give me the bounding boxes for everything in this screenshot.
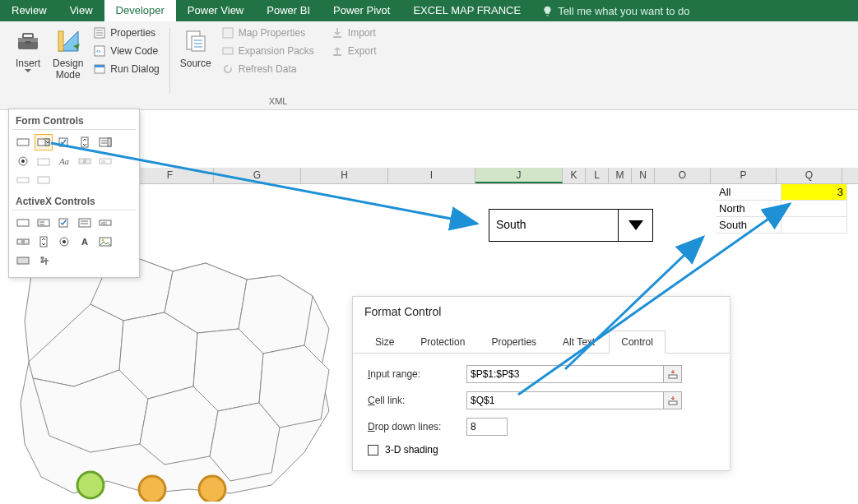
dialog-tab-size[interactable]: Size [363,331,406,354]
combo-dropdown-button[interactable] [618,210,652,241]
col-header-G[interactable]: G [214,168,301,183]
cell-P1[interactable]: All [716,184,781,201]
activex-label[interactable]: A [76,234,94,250]
col-header-J[interactable]: J [475,168,563,183]
cell-Q3[interactable] [781,217,847,234]
map-props-icon [221,26,234,39]
expansion-packs-label: Expansion Packs [239,45,314,57]
tab-powerpivot[interactable]: Power Pivot [322,0,401,21]
cell-Q1[interactable]: 3 [781,184,847,201]
cell-link-field[interactable] [466,391,664,409]
svg-rect-59 [17,257,29,264]
cell-Q2[interactable] [781,201,847,217]
dialog-tab-protection[interactable]: Protection [408,331,477,354]
svg-rect-42 [17,220,29,226]
svg-rect-30 [108,138,111,146]
col-header-O[interactable]: O [655,168,711,183]
activex-spin[interactable] [35,234,53,250]
map-properties-button[interactable]: Map Properties [218,25,318,41]
form-control-textfield[interactable]: ab [96,153,114,169]
col-header-H[interactable]: H [301,168,388,183]
svg-rect-63 [669,401,677,405]
3d-shading-label: 3-D shading [385,444,438,455]
form-control-button[interactable] [14,134,32,150]
form-control-list-dim[interactable] [35,172,53,188]
activex-button[interactable] [14,215,32,231]
col-header-P[interactable]: P [711,168,777,183]
form-control-spinner[interactable] [76,134,94,150]
svg-rect-19 [223,48,233,54]
cell-P3[interactable]: South [716,217,781,234]
run-dialog-button[interactable]: Run Dialog [90,61,162,77]
dialog-tab-control[interactable]: Control [609,331,666,354]
form-control-groupbox[interactable]: xyz [35,153,53,169]
svg-rect-37 [83,159,86,164]
activex-image[interactable] [96,234,114,250]
svg-point-65 [139,476,165,502]
svg-point-58 [102,239,104,242]
activex-textbox[interactable]: ab| [96,215,114,231]
cell-link-collapse-button[interactable] [664,391,682,409]
form-control-scrollbar[interactable] [76,153,94,169]
col-header-Q[interactable]: Q [777,168,842,183]
drop-lines-label: Drop down lines: [368,421,466,432]
tell-me[interactable]: Tell me what you want to do [532,0,699,21]
activex-scrollbar[interactable] [14,234,32,250]
activex-toggle[interactable] [14,252,32,269]
activex-option[interactable] [55,234,73,250]
form-control-checkbox[interactable] [55,134,73,150]
france-map [0,238,346,502]
expansion-packs-button[interactable]: Expansion Packs [218,43,318,59]
controls-group-label [10,95,163,109]
col-header-L[interactable]: L [586,168,609,183]
activex-combobox[interactable] [35,215,53,231]
dialog-tab-alttext[interactable]: Alt Text [550,331,607,354]
tab-powerbi[interactable]: Power BI [255,0,322,21]
svg-rect-43 [38,220,49,226]
range-selector-icon [668,369,678,379]
tab-view[interactable]: View [58,0,104,21]
col-header-I[interactable]: I [388,168,475,183]
3d-shading-checkbox[interactable] [368,445,378,455]
tab-review[interactable]: Review [0,0,58,21]
design-mode-button[interactable]: Design Mode [49,25,86,95]
activex-listbox[interactable] [76,215,94,231]
col-header-M[interactable]: M [609,168,632,183]
form-control-combo-dim[interactable] [14,172,32,188]
input-range-field[interactable] [466,365,664,383]
tab-powerview[interactable]: Power View [176,0,255,21]
worksheet-combo-box[interactable]: South [489,209,653,242]
format-control-dialog: Format Control Size Protection Propertie… [352,296,730,471]
col-header-K[interactable]: K [563,168,586,183]
refresh-data-button[interactable]: Refresh Data [218,61,318,77]
tab-developer[interactable]: Developer [104,0,176,21]
form-control-label[interactable]: Aa [55,153,73,169]
source-button[interactable]: Source [177,25,215,95]
drop-lines-field[interactable] [466,418,508,436]
combo-value: South [489,210,618,241]
expansion-icon [221,44,234,58]
form-control-listbox[interactable] [96,134,114,150]
view-code-label: View Code [110,45,158,57]
activex-checkbox[interactable] [55,215,73,231]
activex-more[interactable] [35,252,53,269]
input-range-collapse-button[interactable] [664,365,682,383]
dialog-tab-properties[interactable]: Properties [479,331,549,354]
properties-label: Properties [110,27,155,39]
col-header-N[interactable]: N [632,168,655,183]
view-code-button[interactable]: ‹› View Code [90,43,162,59]
export-button[interactable]: Export [327,43,380,59]
cell-P2[interactable]: North [716,201,781,217]
ribbon-tabs: Review View Developer Power View Power B… [0,0,858,21]
svg-rect-22 [17,139,29,146]
form-control-option[interactable] [14,153,32,169]
svg-point-66 [199,476,225,502]
form-control-combo-box[interactable] [35,134,53,150]
insert-button[interactable]: Insert [10,25,46,95]
properties-button[interactable]: Properties [90,25,162,41]
import-button[interactable]: Import [327,25,380,41]
range-selector-icon [668,395,678,405]
tab-excelmapfrance[interactable]: EXCEL MAP FRANCE [401,0,532,21]
xml-group-label: XML [177,95,380,109]
svg-text:xyz: xyz [39,156,44,160]
